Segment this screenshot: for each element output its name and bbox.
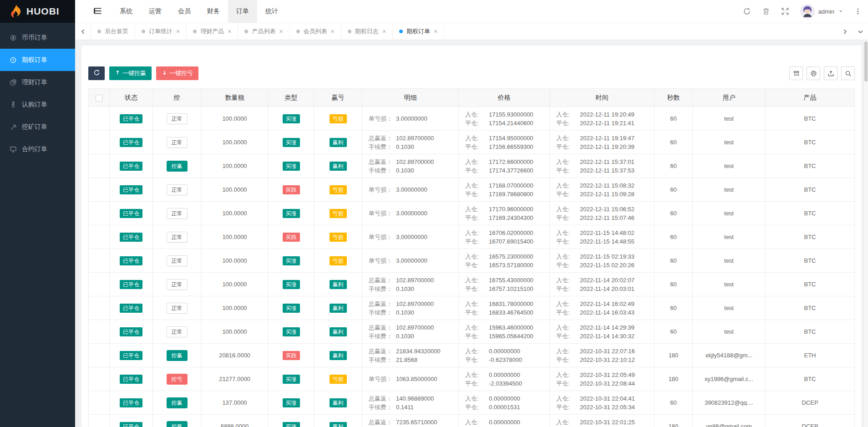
control-button[interactable]: 正常 [167,279,188,290]
topnav-item[interactable]: 统计 [257,0,286,23]
control-button[interactable]: 正常 [167,208,188,219]
close-label: 平仓: [556,119,580,127]
tab-close-icon[interactable]: × [279,28,283,35]
order-row: 已平仓 控赢 20816.0000 买跌 赢利 总赢返：21834.943200… [89,344,855,367]
refresh-icon[interactable] [743,7,751,15]
tabs-scroll-right-icon[interactable] [837,23,853,40]
tab[interactable]: 期权订单 × [393,23,444,40]
tab[interactable]: 期权日志 × [341,23,393,40]
topnav-item[interactable]: 运营 [141,0,170,23]
control-button[interactable]: 正常 [167,184,188,195]
topnav-item[interactable]: 财务 [199,0,228,23]
control-button[interactable]: 正常 [167,303,188,314]
type-cell: 买涨 [269,391,314,415]
control-button[interactable]: 正常 [167,255,188,266]
clock-icon [10,56,17,64]
user-menu[interactable]: admin [800,4,843,19]
control-button[interactable]: 正常 [167,326,188,337]
control-button[interactable]: 控赢 [167,397,188,408]
refresh-table-button[interactable] [88,66,105,80]
entry-label: 入仓: [556,110,580,119]
status-cell: 已平仓 [110,320,153,344]
amount-cell: 100.0000 [201,225,269,249]
type-cell: 买涨 [269,107,314,131]
result-badge: 赢利 [330,422,347,427]
result-cell: 赢利 [314,391,362,415]
control-button[interactable]: 控赢 [167,421,188,427]
detail-cell: 总赢返：102.89700000 手续费：0.1030 [362,154,459,178]
type-badge: 买涨 [283,114,300,123]
type-badge: 买跌 [283,351,300,360]
tab-close-icon[interactable]: × [228,28,231,35]
tab[interactable]: 理财产品 × [187,23,238,40]
tab-dot-icon [399,30,403,33]
detail-cell: 单亏损：3.00000000 [362,202,459,225]
tab-close-icon[interactable]: × [434,28,437,35]
tab[interactable]: 订单统计 × [135,23,187,40]
export-icon[interactable] [824,66,838,80]
search-icon[interactable] [841,66,855,80]
control-button[interactable]: 控赢 [167,350,188,361]
trash-icon[interactable] [762,7,770,15]
tab[interactable]: 后台首页 [91,23,135,40]
result-badge: 赢利 [330,351,347,360]
tabs-menu-icon[interactable] [853,23,868,40]
force-win-button[interactable]: 一键控赢 [109,66,152,80]
page-scrollbar[interactable] [864,41,868,427]
topnav-item[interactable]: 订单 [228,0,257,23]
control-button[interactable]: 正常 [167,113,188,124]
status-badge: 已平仓 [120,422,142,427]
topnav-item[interactable]: 系统 [112,0,141,23]
sidebar-item[interactable]: 理财订单 [0,71,75,93]
fullscreen-icon[interactable] [781,7,789,15]
order-row: 已平仓 控赢 6898.0000 买涨 赢利 总赢返：7235.65710000… [89,415,855,427]
control-cell: 控赢 [153,154,201,178]
type-cell: 买跌 [269,178,314,202]
control-button[interactable]: 正常 [167,232,188,243]
user-cell: xy1986@gmail.c... [693,367,766,391]
tab-label: 产品列表 [252,27,275,36]
status-badge: 已平仓 [120,138,142,147]
tab[interactable]: 产品列表 × [238,23,289,40]
control-button[interactable]: 正常 [167,137,188,148]
more-menu-icon[interactable] [854,8,862,15]
result-cell: 赢利 [314,415,362,427]
tab-close-icon[interactable]: × [176,28,180,35]
tab-close-icon[interactable]: × [382,28,386,35]
sidebar-item[interactable]: 合约订单 [0,138,75,160]
arrow-up-icon [115,70,121,77]
entry-label: 入仓: [465,134,489,142]
control-cell: 正常 [153,107,201,131]
detail-cell: 总赢返：140.96889000 手续费：0.1411 [362,391,459,415]
control-button[interactable]: 控亏 [167,374,188,385]
tab-close-icon[interactable]: × [331,28,335,35]
close-label: 平仓: [465,379,489,388]
tabbar: 后台首页 订单统计 × 理财产品 × [75,23,868,40]
column-header: 类型 [269,89,314,107]
topnav-item[interactable]: 会员 [170,0,199,23]
printer-icon[interactable] [807,66,820,80]
sidebar-item[interactable]: 期权订单 [0,49,75,71]
tab-dot-icon [296,30,300,33]
control-button[interactable]: 控赢 [167,161,188,172]
result-cell: 亏损 [314,202,362,225]
type-badge: 买涨 [283,398,300,407]
columns-icon[interactable] [789,66,803,80]
time-cell: 入仓:2022-11-14 16:02:49 平仓:2022-11-14 16:… [550,296,655,320]
refresh-icon [93,69,100,77]
sidebar-item[interactable]: 认购订单 [0,93,75,116]
status-cell: 已平仓 [110,225,153,249]
tabs-scroll-left-icon[interactable] [75,23,91,40]
type-badge: 买涨 [283,304,300,313]
order-row: 已平仓 控亏 21277.0000 买涨 亏损 单亏损：1063.8500000… [89,367,855,391]
scrollbar-thumb[interactable] [864,41,868,81]
force-lose-button[interactable]: 一键控亏 [156,66,198,80]
tab[interactable]: 会员列表 × [290,23,341,40]
order-row: 已平仓 正常 100.0000 买涨 赢利 总赢返：102.89700000 手… [89,296,855,320]
sidebar-item[interactable]: 币币订单 [0,26,75,49]
select-all-checkbox[interactable] [96,95,102,102]
menu-toggle-icon[interactable] [93,6,103,16]
brand-logo[interactable]: HUOBI [0,0,75,23]
control-cell: 控赢 [153,344,201,367]
sidebar-item[interactable]: 挖矿订单 [0,116,75,138]
